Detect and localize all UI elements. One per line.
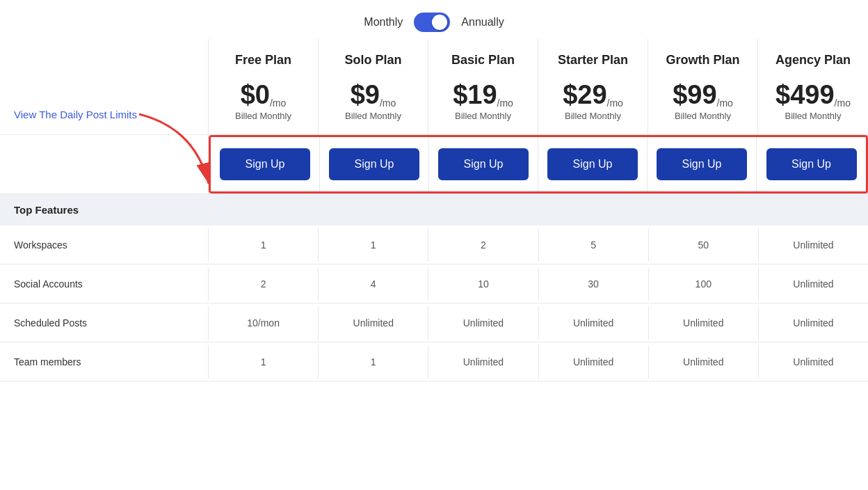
plan-col-5: Agency Plan $499/mo Billed Monthly: [758, 39, 868, 134]
feature-value-1-3: 30: [539, 267, 649, 301]
feature-value-3-2: Unlimited: [428, 345, 538, 379]
signup-cell-1: Sign Up: [320, 137, 429, 191]
plan-billing-0: Billed Monthly: [235, 111, 291, 121]
plans-columns: Free Plan $0/mo Billed Monthly Solo Plan…: [209, 39, 868, 134]
signup-cell-0: Sign Up: [211, 137, 320, 191]
feature-label-2: Scheduled Posts: [0, 306, 209, 340]
signup-row: Sign UpSign UpSign UpSign UpSign UpSign …: [0, 135, 868, 194]
feature-row: Scheduled Posts10/monUnlimitedUnlimitedU…: [0, 303, 868, 342]
feature-value-2-3: Unlimited: [539, 306, 649, 340]
signup-buttons-container: Sign UpSign UpSign UpSign UpSign UpSign …: [209, 135, 868, 193]
feature-value-1-4: 100: [649, 267, 759, 301]
signup-button-3[interactable]: Sign Up: [547, 148, 638, 180]
plan-billing-2: Billed Monthly: [455, 111, 511, 121]
left-signup-spacer: [0, 135, 209, 193]
page-wrapper: Monthly Annually View The Daily Post Lim…: [0, 0, 868, 490]
monthly-label: Monthly: [364, 16, 403, 29]
feature-row: Team members11UnlimitedUnlimitedUnlimite…: [0, 342, 868, 381]
signup-button-1[interactable]: Sign Up: [329, 148, 419, 180]
signup-button-5[interactable]: Sign Up: [766, 148, 857, 180]
plan-col-2: Basic Plan $19/mo Billed Monthly: [428, 39, 538, 134]
feature-label-0: Workspaces: [0, 228, 209, 262]
plan-billing-4: Billed Monthly: [675, 111, 731, 121]
feature-value-1-5: Unlimited: [759, 267, 868, 301]
feature-value-3-0: 1: [209, 345, 319, 379]
feature-value-3-1: 1: [319, 345, 428, 379]
feature-value-0-2: 2: [428, 228, 538, 262]
feature-value-0-4: 50: [649, 228, 759, 262]
signup-button-4[interactable]: Sign Up: [657, 148, 747, 180]
plan-price-0: $0/mo: [241, 81, 287, 108]
feature-label-3: Team members: [0, 345, 209, 379]
feature-value-0-1: 1: [319, 228, 428, 262]
plan-col-1: Solo Plan $9/mo Billed Monthly: [319, 39, 428, 134]
plan-price-4: $99/mo: [673, 81, 733, 108]
feature-value-3-5: Unlimited: [759, 345, 868, 379]
plans-header-section: View The Daily Post Limits Free Plan $0/…: [0, 39, 868, 135]
plan-name-0: Free Plan: [235, 53, 291, 68]
features-section-title: Top Features: [14, 204, 79, 216]
annually-label: Annually: [461, 16, 504, 29]
feature-value-2-4: Unlimited: [649, 306, 759, 340]
plan-billing-5: Billed Monthly: [785, 111, 842, 121]
feature-row: Workspaces112550Unlimited: [0, 226, 868, 264]
signup-cell-2: Sign Up: [429, 137, 538, 191]
signup-button-0[interactable]: Sign Up: [220, 148, 310, 180]
plan-col-3: Starter Plan $29/mo Billed Monthly: [538, 39, 648, 134]
signup-cell-3: Sign Up: [538, 137, 648, 191]
plan-price-3: $29/mo: [563, 81, 623, 108]
feature-value-2-5: Unlimited: [759, 306, 868, 340]
feature-value-3-4: Unlimited: [649, 345, 759, 379]
plan-name-4: Growth Plan: [666, 53, 739, 68]
plan-col-0: Free Plan $0/mo Billed Monthly: [209, 39, 319, 134]
signup-button-2[interactable]: Sign Up: [438, 148, 529, 180]
plan-billing-3: Billed Monthly: [565, 111, 621, 121]
plan-price-2: $19/mo: [453, 81, 513, 108]
plan-price-5: $499/mo: [775, 81, 851, 108]
signup-cell-5: Sign Up: [757, 137, 866, 191]
plan-name-3: Starter Plan: [558, 53, 628, 68]
billing-toggle[interactable]: [414, 13, 450, 32]
feature-value-1-1: 4: [319, 267, 428, 301]
feature-value-3-3: Unlimited: [539, 345, 649, 379]
features-list: Workspaces112550UnlimitedSocial Accounts…: [0, 226, 868, 381]
feature-value-2-2: Unlimited: [428, 306, 538, 340]
feature-value-0-5: Unlimited: [759, 228, 868, 262]
feature-label-1: Social Accounts: [0, 267, 209, 301]
feature-value-2-0: 10/mon: [209, 306, 319, 340]
plan-name-5: Agency Plan: [775, 53, 851, 68]
left-col-header: View The Daily Post Limits: [0, 39, 209, 134]
plan-name-2: Basic Plan: [451, 53, 515, 68]
feature-value-0-3: 5: [539, 228, 649, 262]
view-daily-post-limits-link[interactable]: View The Daily Post Limits: [0, 39, 208, 134]
feature-value-2-1: Unlimited: [319, 306, 428, 340]
plan-col-4: Growth Plan $99/mo Billed Monthly: [648, 39, 758, 134]
signup-cell-4: Sign Up: [648, 137, 757, 191]
features-header-row: Top Features: [0, 194, 868, 226]
plan-price-1: $9/mo: [351, 81, 396, 108]
feature-value-0-0: 1: [209, 228, 319, 262]
feature-value-1-0: 2: [209, 267, 319, 301]
feature-row: Social Accounts241030100Unlimited: [0, 264, 868, 303]
pricing-table: View The Daily Post Limits Free Plan $0/…: [0, 39, 868, 381]
plan-name-1: Solo Plan: [344, 53, 401, 68]
billing-toggle-row: Monthly Annually: [0, 0, 868, 39]
feature-value-1-2: 10: [428, 267, 538, 301]
plan-billing-1: Billed Monthly: [345, 111, 401, 121]
toggle-knob: [432, 15, 447, 30]
